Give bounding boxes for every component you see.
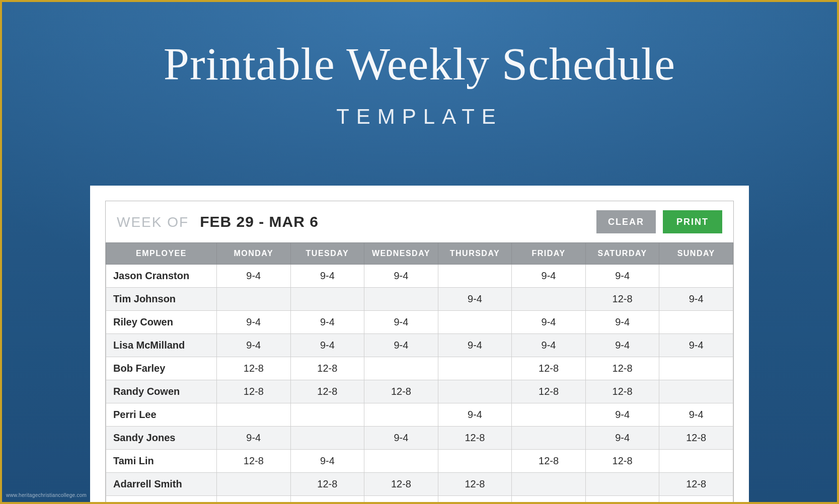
- shift-cell: 12-8: [217, 380, 291, 403]
- shift-cell: [659, 496, 733, 502]
- shift-cell: 12-8: [585, 496, 659, 502]
- schedule-table: EMPLOYEE MONDAY TUESDAY WEDNESDAY THURSD…: [106, 242, 733, 502]
- shift-cell: [364, 357, 438, 380]
- shift-cell: 12-8: [290, 496, 364, 502]
- banner-frame: Printable Weekly Schedule TEMPLATE WEEK …: [0, 0, 839, 504]
- employee-cell: Riley Cowen: [106, 311, 217, 334]
- table-row: Tim Johnson9-412-89-4: [106, 288, 733, 311]
- shift-cell: [438, 380, 512, 403]
- shift-cell: 9-4: [585, 403, 659, 427]
- shift-cell: 12-8: [512, 357, 586, 380]
- shift-cell: 12-8: [290, 473, 364, 496]
- shift-cell: 9-4: [438, 288, 512, 311]
- shift-cell: 9-4: [364, 311, 438, 334]
- shift-cell: 9-4: [585, 265, 659, 288]
- col-employee: EMPLOYEE: [106, 243, 217, 265]
- shift-cell: [438, 496, 512, 502]
- shift-cell: 9-4: [364, 334, 438, 357]
- col-monday: MONDAY: [217, 243, 291, 265]
- sheet-wrap: WEEK OF FEB 29 - MAR 6 CLEAR PRINT: [90, 186, 749, 502]
- shift-cell: [290, 403, 364, 427]
- clear-button[interactable]: CLEAR: [596, 210, 656, 233]
- shift-cell: [364, 403, 438, 427]
- employee-cell: Perri Lee: [106, 403, 217, 427]
- shift-cell: [438, 265, 512, 288]
- week-label: WEEK OF: [117, 214, 189, 230]
- shift-cell: 9-4: [217, 334, 291, 357]
- shift-cell: 9-4: [438, 403, 512, 427]
- shift-cell: 12-8: [290, 380, 364, 403]
- shift-cell: [217, 473, 291, 496]
- table-row: Adarrell Smith12-812-812-812-8: [106, 473, 733, 496]
- shift-cell: 9-4: [364, 427, 438, 450]
- shift-cell: 9-4: [290, 311, 364, 334]
- shift-cell: 12-8: [438, 427, 512, 450]
- table-row: Jason Cranston9-49-49-49-49-4: [106, 265, 733, 288]
- topbar: WEEK OF FEB 29 - MAR 6 CLEAR PRINT: [106, 201, 733, 242]
- shift-cell: 12-8: [364, 473, 438, 496]
- shift-cell: 9-4: [217, 265, 291, 288]
- shift-cell: 12-8: [217, 357, 291, 380]
- shift-cell: [438, 450, 512, 473]
- shift-cell: 9-4: [217, 427, 291, 450]
- employee-cell: Tim Johnson: [106, 288, 217, 311]
- shift-cell: 9-4: [659, 288, 733, 311]
- subhead: TEMPLATE: [2, 105, 837, 129]
- shift-cell: [364, 288, 438, 311]
- table-row: Sandy Jones9-49-412-89-412-8: [106, 427, 733, 450]
- shift-cell: [659, 265, 733, 288]
- shift-cell: [512, 427, 586, 450]
- col-saturday: SATURDAY: [585, 243, 659, 265]
- shift-cell: [217, 288, 291, 311]
- shift-cell: [217, 496, 291, 502]
- col-wednesday: WEDNESDAY: [364, 243, 438, 265]
- table-row: Lisa McMilland9-49-49-49-49-49-49-4: [106, 334, 733, 357]
- shift-cell: 12-8: [585, 357, 659, 380]
- watermark: www.heritagechristiancollege.com: [6, 492, 87, 498]
- shift-cell: [659, 450, 733, 473]
- sheet: WEEK OF FEB 29 - MAR 6 CLEAR PRINT: [90, 186, 749, 502]
- shift-cell: 12-8: [585, 450, 659, 473]
- employee-cell: Tami Lin: [106, 450, 217, 473]
- employee-cell: Jason Cranston: [106, 265, 217, 288]
- shift-cell: [659, 311, 733, 334]
- shift-cell: 12-8: [364, 380, 438, 403]
- shift-cell: 9-4: [512, 311, 586, 334]
- shift-cell: 9-4: [290, 265, 364, 288]
- shift-cell: 12-8: [585, 288, 659, 311]
- shift-cell: [217, 403, 291, 427]
- shift-cell: 12-8: [585, 380, 659, 403]
- shift-cell: [512, 288, 586, 311]
- shift-cell: [364, 450, 438, 473]
- employee-cell: Bob Farley: [106, 357, 217, 380]
- employee-cell: Adarrell Smith: [106, 473, 217, 496]
- shift-cell: 12-8: [217, 450, 291, 473]
- shift-cell: 9-4: [659, 334, 733, 357]
- table-row: Randy Cowen12-812-812-812-812-8: [106, 380, 733, 403]
- shift-cell: [659, 357, 733, 380]
- table-row: Tami Lin12-89-412-812-8: [106, 450, 733, 473]
- table-row: Charlie Vang12-812-812-8: [106, 496, 733, 502]
- schedule-panel: WEEK OF FEB 29 - MAR 6 CLEAR PRINT: [105, 201, 734, 502]
- shift-cell: [659, 380, 733, 403]
- print-button[interactable]: PRINT: [663, 210, 722, 233]
- shift-cell: 12-8: [659, 473, 733, 496]
- shift-cell: 12-8: [659, 427, 733, 450]
- shift-cell: 9-4: [585, 427, 659, 450]
- shift-cell: 9-4: [659, 403, 733, 427]
- col-thursday: THURSDAY: [438, 243, 512, 265]
- shift-cell: 9-4: [438, 334, 512, 357]
- table-row: Bob Farley12-812-812-812-8: [106, 357, 733, 380]
- week-range: FEB 29 - MAR 6: [200, 213, 319, 230]
- shift-cell: 12-8: [512, 380, 586, 403]
- shift-cell: 12-8: [512, 496, 586, 502]
- shift-cell: 12-8: [512, 450, 586, 473]
- shift-cell: 9-4: [217, 311, 291, 334]
- shift-cell: 9-4: [512, 334, 586, 357]
- shift-cell: 9-4: [290, 450, 364, 473]
- shift-cell: [438, 311, 512, 334]
- shift-cell: 9-4: [585, 334, 659, 357]
- shift-cell: [290, 288, 364, 311]
- table-header-row: EMPLOYEE MONDAY TUESDAY WEDNESDAY THURSD…: [106, 243, 733, 265]
- shift-cell: [364, 496, 438, 502]
